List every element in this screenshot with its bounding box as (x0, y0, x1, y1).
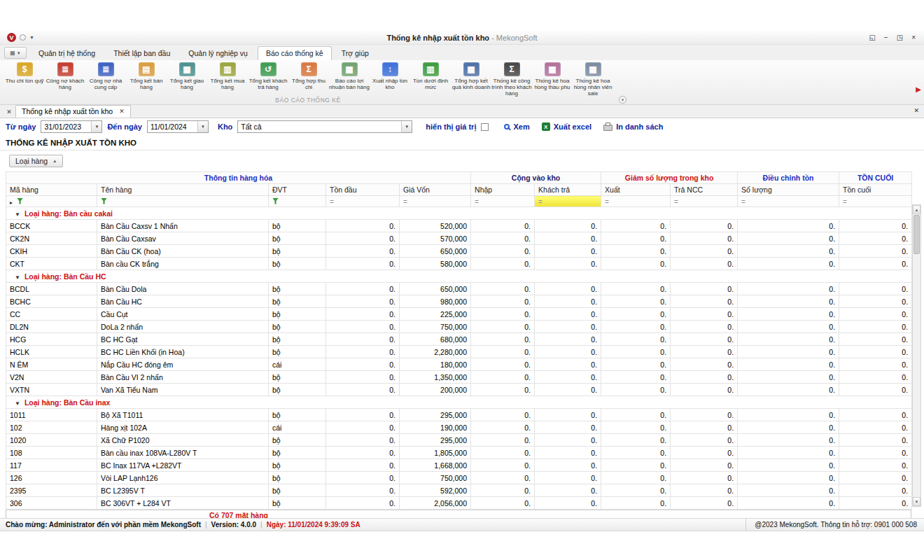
ribbon-item[interactable]: ≣Công nợ nhà cung cấp (85, 62, 126, 90)
table-row[interactable]: 1011Bộ Xã T1011bộ0.295,0000.0.0.0.0.0. (6, 409, 912, 421)
table-row[interactable]: BCCKBàn Cầu Caxsv 1 Nhấnbộ0.520,0000.0.0… (6, 220, 912, 232)
ribbon-collapse-button[interactable]: ▼ (619, 96, 626, 104)
ribbon-scroll-right-icon[interactable]: ▶ (916, 85, 921, 93)
filter-cell[interactable] (269, 196, 326, 207)
column-header-nhập[interactable]: Nhập (471, 184, 535, 196)
from-date-dropdown-icon[interactable]: ▼ (91, 121, 102, 132)
table-row[interactable]: BCHCBàn Cầu HCbộ0.980,0000.0.0.0.0.0. (6, 295, 912, 308)
menu-tab-quản-lý-nghiệp-vụ[interactable]: Quản lý nghiệp vụ (180, 46, 256, 60)
ribbon-item[interactable]: $Thu chi tồn quỹ (4, 62, 45, 84)
restore-button[interactable]: ◳ (897, 34, 903, 41)
column-group-header[interactable]: Điều chỉnh tồn (738, 172, 839, 184)
menu-tab-quản-trị-hệ-thống[interactable]: Quản trị hệ thống (30, 46, 104, 60)
column-header-trả-ncc[interactable]: Trả NCC (671, 184, 738, 196)
print-list-button[interactable]: In danh sách (600, 122, 666, 131)
close-button[interactable]: × (911, 34, 916, 41)
minimize-button[interactable]: − (884, 34, 888, 41)
table-row[interactable]: BCDLBàn Cầu Dolabộ0.650,0000.0.0.0.0.0. (6, 283, 912, 295)
group-row-cell[interactable]: ▼Loại hàng: Bàn Cầu inax (6, 396, 912, 409)
ribbon-item[interactable]: ≣Công nợ khách hàng (45, 62, 85, 90)
collapse-arrow-icon[interactable]: ▼ (15, 211, 20, 218)
table-row[interactable]: 126Vòi LAP Lạnh126bộ0.750,0000.0.0.0.0.0… (6, 472, 912, 484)
ribbon-item[interactable]: ▦Tổng hợp kết quả kinh doanh (451, 62, 491, 90)
to-date-input[interactable]: 11/01/2024 ▼ (147, 120, 209, 133)
filter-cell[interactable] (97, 196, 269, 207)
warehouse-dropdown-icon[interactable]: ▼ (401, 121, 412, 132)
scroll-up-icon[interactable]: ▲ (913, 205, 920, 214)
menu-tab-báo-cáo-thống-kê[interactable]: Báo cáo thống kê (258, 46, 332, 60)
table-row[interactable]: 108Bàn cầu inax 108VA-L280V Tbộ0.1,805,0… (6, 447, 912, 459)
filter-cell[interactable]: = (839, 196, 912, 207)
ribbon-item[interactable]: ↺Tổng kết khách trả hàng (248, 62, 288, 90)
column-group-header[interactable]: TỒN CUỐI (839, 172, 912, 184)
filter-cell[interactable]: = (326, 196, 400, 207)
table-row[interactable]: CK2NBàn Cầu Caxsavbộ0.570,0000.0.0.0.0.0… (6, 232, 912, 245)
table-row[interactable]: 102Hàng xịt 102Acái0.190,0000.0.0.0.0.0. (6, 421, 912, 434)
menu-tab-trợ-giúp[interactable]: Trợ giúp (333, 46, 377, 60)
ribbon-item[interactable]: ΣThống kê công trình theo khách hàng (491, 62, 532, 97)
to-date-dropdown-icon[interactable]: ▼ (197, 121, 208, 132)
filter-cell[interactable]: = (400, 196, 471, 207)
warehouse-select[interactable]: Tất cả ▼ (237, 120, 412, 133)
export-excel-button[interactable]: Xuất excel (538, 122, 595, 131)
group-row-cell[interactable]: ▼Loại hàng: Bàn cầu cakai (6, 207, 912, 220)
menu-tab-thiết-lập-ban-đầu[interactable]: Thiết lập ban đầu (105, 46, 178, 60)
ribbon-item[interactable]: ▦Thống kê hoa hồng nhân viên sale (573, 62, 613, 97)
column-group-header[interactable]: Cộng vào kho (471, 172, 601, 184)
group-row[interactable]: ▼Loại hàng: Bàn Cầu HC (6, 270, 912, 283)
column-header-tên-hàng[interactable]: Tên hàng (97, 184, 269, 196)
table-row[interactable]: HCGBC HC Gạtbộ0.680,0000.0.0.0.0.0. (6, 333, 912, 346)
close-all-tabs-icon[interactable]: ✕ (3, 108, 15, 118)
collapse-arrow-icon[interactable]: ▼ (15, 400, 20, 407)
group-by-chip[interactable]: Loại hàng ▲ (9, 155, 63, 167)
filter-cell[interactable]: = (671, 196, 738, 207)
column-header-số-lượng[interactable]: Số lượng (738, 184, 839, 196)
table-row[interactable]: CKTBàn cầu CK trắngbộ0.580,0000.0.0.0.0.… (6, 258, 912, 270)
ribbon-item[interactable]: ▥Tổng kết mua hàng (207, 62, 248, 90)
column-header-đvt[interactable]: ĐVT (269, 184, 326, 196)
table-row[interactable]: 2395BC L2395V Tbộ0.592,0000.0.0.0.0.0. (6, 484, 912, 497)
ribbon-item[interactable]: ▦Tổng kết giao hàng (167, 62, 207, 90)
show-value-checkbox[interactable] (481, 123, 489, 131)
ribbon-item[interactable]: ▦Thống kê hoa hồng thầu phụ (532, 62, 573, 90)
ribbon-item[interactable]: ↕Xuất nhập tồn kho (370, 62, 410, 90)
table-row[interactable]: V2NBàn Cầu VI 2 nhấnbộ0.1,350,0000.0.0.0… (6, 371, 912, 384)
document-tab[interactable]: Thống kê nhập xuất tồn kho ✕ (15, 105, 131, 118)
table-row[interactable]: N ÊMNắp Cầu HC đóng êmcái0.180,0000.0.0.… (6, 358, 912, 371)
filter-cell[interactable]: = (471, 196, 535, 207)
column-header-tồn-đầu[interactable]: Tồn đầu (326, 184, 400, 196)
column-header-giá-vốn[interactable]: Giá Vốn (400, 184, 471, 196)
fullscreen-button[interactable]: ◱ (869, 34, 875, 41)
from-date-input[interactable]: 31/01/2023 ▼ (41, 120, 102, 133)
table-row[interactable]: CKIHBàn Cầu CK (hoa)bộ0.650,0000.0.0.0.0… (6, 245, 912, 258)
table-row[interactable]: 306BC 306VT + L284 VTbộ0.2,056,0000.0.0.… (6, 497, 912, 510)
filter-cell[interactable]: = (535, 196, 601, 207)
table-row[interactable]: 1020Xã Chữ P1020bộ0.295,0000.0.0.0.0.0. (6, 434, 912, 447)
table-row[interactable]: HCLKBC HC Liền Khối (in Hoa)bộ0.2,280,00… (6, 346, 912, 358)
scrollbar-thumb[interactable] (913, 215, 920, 254)
menu-grid-icon[interactable]: ▦ ▼ (4, 47, 27, 59)
ribbon-item[interactable]: ΣTổng hợp thu chi (288, 62, 329, 90)
view-button[interactable]: Xem (500, 122, 533, 131)
quick-access-dropdown-icon[interactable]: ▼ (29, 35, 34, 40)
ribbon-item[interactable]: ▥Tồn dưới định mức (410, 62, 451, 90)
column-header-xuất[interactable]: Xuất (601, 184, 671, 196)
collapse-arrow-icon[interactable]: ▼ (15, 274, 20, 281)
column-header-tồn-cuối[interactable]: Tồn cuối (839, 184, 912, 196)
ribbon-item[interactable]: ▤Tổng kết bán hàng (126, 62, 167, 90)
tab-bar-close-icon[interactable]: ✕ (913, 107, 919, 114)
filter-cell[interactable]: = (738, 196, 839, 207)
table-row[interactable]: CCCầu Cụtbộ0.225,0000.0.0.0.0.0. (6, 308, 912, 321)
group-row[interactable]: ▼Loại hàng: Bàn Cầu inax (6, 396, 912, 409)
column-header-mã-hàng[interactable]: Mã hàng (6, 184, 97, 196)
group-row[interactable]: ▼Loại hàng: Bàn cầu cakai (6, 207, 912, 220)
ribbon-item[interactable]: ▦Báo cáo lợi nhuận bán hàng (329, 62, 370, 90)
tab-close-icon[interactable]: ✕ (119, 108, 125, 115)
filter-cell[interactable]: = (601, 196, 671, 207)
filter-cell[interactable]: ▸ (6, 196, 97, 207)
table-row[interactable]: VXTNVan Xã Tiểu Nambộ0.200,0000.0.0.0.0.… (6, 384, 912, 396)
quick-access-icon[interactable] (20, 34, 26, 41)
column-group-header[interactable]: Thông tin hàng hóa (6, 172, 471, 184)
table-row[interactable]: DL2NDoLa 2 nhấnbộ0.750,0000.0.0.0.0.0. (6, 321, 912, 333)
column-header-khách-trả[interactable]: Khách trả (535, 184, 601, 196)
